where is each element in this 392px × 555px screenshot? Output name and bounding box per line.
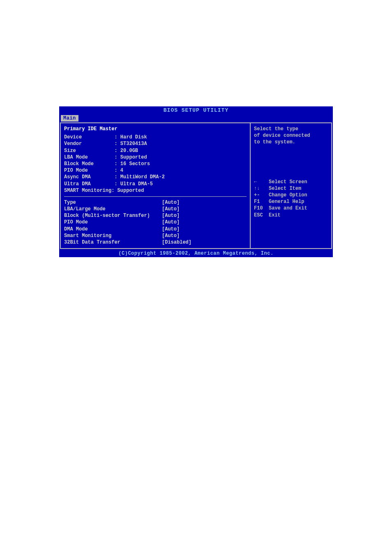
setting-label: Type xyxy=(64,199,162,206)
tab-row: Main xyxy=(59,114,333,122)
copyright-bar: (C)Copyright 1985-2002, American Megatre… xyxy=(59,250,333,257)
left-panel: Primary IDE Master Device : Hard Disk Ve… xyxy=(60,122,251,249)
nav-key: ESC xyxy=(254,212,269,219)
arrow-left-icon: ← xyxy=(254,179,269,185)
help-line: of device connected xyxy=(254,132,328,139)
main-area: Primary IDE Master Device : Hard Disk Ve… xyxy=(59,122,333,250)
nav-desc: Change Option xyxy=(269,192,307,198)
setting-value: [Auto] xyxy=(162,233,180,239)
info-size: Size : 20.0GB xyxy=(64,147,247,154)
info-block-mode: Block Mode : 16 Sectors xyxy=(64,161,247,167)
setting-32bit[interactable]: 32Bit Data Transfer [Disabled] xyxy=(64,239,247,246)
nav-desc: Select Screen xyxy=(269,179,307,185)
setting-pio[interactable]: PIO Mode [Auto] xyxy=(64,219,247,226)
setting-dma[interactable]: DMA Mode [Auto] xyxy=(64,226,247,233)
setting-label: LBA/Large Mode xyxy=(64,206,162,212)
nav-key: +- xyxy=(254,192,269,198)
nav-key: F10 xyxy=(254,205,269,212)
info-smart: SMART Monitoring: Supported xyxy=(64,187,247,194)
setting-value: [Auto] xyxy=(162,199,180,206)
setting-smart[interactable]: Smart Monitoring [Auto] xyxy=(64,233,247,239)
setting-label: DMA Mode xyxy=(64,226,162,233)
nav-change-option: +- Change Option xyxy=(254,192,328,198)
title-bar: BIOS SETUP UTILITY xyxy=(59,106,333,114)
bios-window: BIOS SETUP UTILITY Main Primary IDE Mast… xyxy=(59,106,333,257)
info-lba-mode: LBA Mode : Supported xyxy=(64,154,247,161)
info-vendor: Vendor : ST320413A xyxy=(64,140,247,147)
arrow-updown-icon: ↑↓ xyxy=(254,185,269,192)
nav-exit: ESC Exit xyxy=(254,212,328,219)
help-text: Select the type of device connected to t… xyxy=(254,126,328,146)
nav-desc: Exit xyxy=(269,212,281,219)
section-heading: Primary IDE Master xyxy=(64,126,247,132)
nav-general-help: F1 General Help xyxy=(254,198,328,205)
setting-value: [Auto] xyxy=(162,212,180,219)
info-device: Device : Hard Disk xyxy=(64,134,247,140)
info-pio-mode: PIO Mode : 4 xyxy=(64,167,247,174)
nav-key: F1 xyxy=(254,198,269,205)
right-panel: Select the type of device connected to t… xyxy=(251,122,332,249)
nav-desc: Save and Exit xyxy=(269,205,307,212)
help-line: Select the type xyxy=(254,126,328,132)
setting-value: [Disabled] xyxy=(162,239,191,246)
setting-label: Block (Multi-sector Transfer) xyxy=(64,212,162,219)
setting-block[interactable]: Block (Multi-sector Transfer) [Auto] xyxy=(64,212,247,219)
info-async-dma: Async DMA : MultiWord DMA-2 xyxy=(64,174,247,180)
setting-type[interactable]: Type [Auto] xyxy=(64,199,247,206)
setting-value: [Auto] xyxy=(162,226,180,233)
nav-select-item: ↑↓ Select Item xyxy=(254,185,328,192)
divider xyxy=(64,196,247,197)
tab-main[interactable]: Main xyxy=(61,115,78,122)
nav-help: ← Select Screen ↑↓ Select Item +- Change… xyxy=(254,179,328,219)
setting-lba-large[interactable]: LBA/Large Mode [Auto] xyxy=(64,206,247,212)
setting-label: PIO Mode xyxy=(64,219,162,226)
help-line: to the system. xyxy=(254,139,328,145)
nav-desc: Select Item xyxy=(269,185,301,192)
nav-select-screen: ← Select Screen xyxy=(254,179,328,185)
setting-label: 32Bit Data Transfer xyxy=(64,239,162,246)
setting-value: [Auto] xyxy=(162,206,180,212)
nav-desc: General Help xyxy=(269,198,304,205)
setting-label: Smart Monitoring xyxy=(64,233,162,239)
info-ultra-dma: Ultra DMA : Ultra DMA-5 xyxy=(64,181,247,187)
setting-value: [Auto] xyxy=(162,219,180,226)
nav-save-exit: F10 Save and Exit xyxy=(254,205,328,212)
